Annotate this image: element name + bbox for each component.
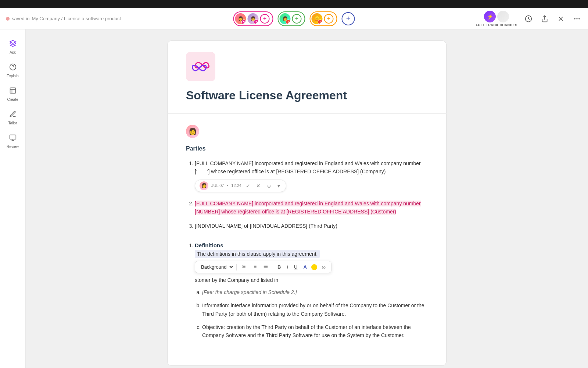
tailor-icon xyxy=(9,110,17,120)
more-options-button[interactable] xyxy=(572,14,582,24)
comment-emoji-button[interactable]: ☺ xyxy=(265,182,273,190)
explain-label: Explain xyxy=(7,74,19,78)
close-button[interactable] xyxy=(556,14,566,24)
top-bar xyxy=(0,0,588,8)
party-2-highlighted: [FULL COMPANY NAME] incorporated and reg… xyxy=(195,201,421,215)
underline-button[interactable]: U xyxy=(292,263,300,271)
review-icon xyxy=(9,134,17,143)
track-icon-gray xyxy=(497,11,509,22)
comment-bubble: 👩 JUL 07 • 12:24 ✓ ✕ ☺ ▾ xyxy=(195,180,286,192)
comment-time: 12:24 xyxy=(231,183,241,189)
ask-icon xyxy=(9,40,17,49)
document-title: Software License Agreement xyxy=(186,89,428,102)
definitions-section: Definitions The definitions in this clau… xyxy=(186,241,428,340)
collab-group-pink: 👩 ✎ 👧 ✎ + xyxy=(233,11,273,26)
svg-point-4 xyxy=(574,18,576,19)
definitions-text-partial: stomer by the Company and listed in xyxy=(195,276,428,284)
avatar-1: 👩 ✎ xyxy=(235,13,246,24)
comment-container: 👩 JUL 07 • 12:24 ✓ ✕ ☺ ▾ xyxy=(195,178,428,194)
explain-icon xyxy=(9,63,17,72)
toolbar-divider-1 xyxy=(236,264,237,270)
document-container: Software License Agreement 👩 Parties [FU… xyxy=(167,40,447,357)
collaborator-groups: 👩 ✎ 👧 ✎ + 👩 ! + 👱 ! + + xyxy=(233,11,355,26)
add-collaborator-pink-button[interactable]: + xyxy=(260,14,270,24)
comment-dot: • xyxy=(227,183,228,189)
party-item-3: [INDIVIDUAL NAME] of [INDIVIDUAL ADDRESS… xyxy=(195,222,428,230)
comment-expand-button[interactable]: ▾ xyxy=(276,182,282,190)
def-item-c: Objective: creation by the Third Party o… xyxy=(202,323,428,340)
create-label: Create xyxy=(7,98,18,102)
def-item-b: Information: interface information provi… xyxy=(202,301,428,318)
definitions-title: Definitions xyxy=(195,242,223,248)
avatar-badge-2: ✎ xyxy=(254,20,259,24)
collab-group-orange: 👱 ! + xyxy=(310,11,337,26)
svg-rect-9 xyxy=(10,88,15,93)
parties-list: [FULL COMPANY NAME] incorporated and reg… xyxy=(186,159,428,230)
svg-point-5 xyxy=(576,18,577,19)
comment-avatar: 👩 xyxy=(200,181,208,190)
doc-header-card: Software License Agreement xyxy=(167,40,447,113)
avatar-badge-4: ! xyxy=(318,20,323,24)
header: saved in My Company / Licence a software… xyxy=(0,8,588,29)
party-item-1: [FULL COMPANY NAME] incorporated and reg… xyxy=(195,159,428,194)
create-icon xyxy=(9,87,17,96)
sidebar-item-ask[interactable]: Ask xyxy=(2,37,24,57)
clear-format-button[interactable]: ⊘ xyxy=(319,263,328,271)
left-sidebar: Ask Explain Create Tailor xyxy=(0,29,26,368)
saved-dot xyxy=(6,17,10,21)
breadcrumb: My Company / Licence a software product xyxy=(32,16,121,21)
header-right: ⚡ FULL TRACK CHANGES xyxy=(476,11,582,27)
review-label: Review xyxy=(7,145,19,149)
toolbar-divider-2 xyxy=(273,264,273,270)
bold-button[interactable]: B xyxy=(275,263,283,271)
add-collaborator-blue-button[interactable]: + xyxy=(342,12,355,25)
track-icon-purple: ⚡ xyxy=(484,11,496,22)
history-button[interactable] xyxy=(523,14,534,24)
avatar-3: 👩 ! xyxy=(280,13,291,24)
fee-text: [Fee: the charge specified in Schedule 2… xyxy=(202,289,297,295)
add-collaborator-orange-button[interactable]: + xyxy=(324,14,334,24)
definitions-item: Definitions The definitions in this clau… xyxy=(195,241,428,340)
definitions-list: Definitions The definitions in this clau… xyxy=(186,241,428,340)
format-toolbar: Background Normal Heading 1 Heading 2 xyxy=(195,261,331,273)
company-logo xyxy=(190,56,212,78)
saved-indicator: saved in My Company / Licence a software… xyxy=(6,16,121,21)
comment-reject-button[interactable]: ✕ xyxy=(255,182,262,190)
doc-body-card: 👩 Parties [FULL COMPANY NAME] incorporat… xyxy=(167,113,447,366)
add-collaborator-green-button[interactable]: + xyxy=(292,14,302,24)
track-icon-area: ⚡ xyxy=(484,11,509,22)
party-item-2: [FULL COMPANY NAME] incorporated and reg… xyxy=(195,199,428,216)
def-item-fee: [Fee: the charge specified in Schedule 2… xyxy=(202,288,428,296)
saved-label: saved in xyxy=(12,16,29,21)
avatar-2: 👧 ✎ xyxy=(248,13,259,24)
comment-check-button[interactable]: ✓ xyxy=(244,182,252,190)
italic-button[interactable]: I xyxy=(284,263,290,271)
list-unordered-button[interactable] xyxy=(250,263,259,271)
track-changes-label: FULL TRACK CHANGES xyxy=(476,23,517,27)
sidebar-item-explain[interactable]: Explain xyxy=(2,60,24,81)
comment-date: JUL 07 xyxy=(211,183,224,189)
definitions-highlight-container: The definitions in this clause apply in … xyxy=(195,250,428,258)
collab-group-green: 👩 ! + xyxy=(278,11,305,26)
svg-point-6 xyxy=(578,18,580,19)
text-style-select[interactable]: Background Normal Heading 1 Heading 2 xyxy=(198,263,234,271)
avatar-4: 👱 ! xyxy=(312,13,323,24)
avatar-badge-3: ! xyxy=(286,20,291,24)
sidebar-item-tailor[interactable]: Tailor xyxy=(2,107,24,128)
list-ordered-button[interactable] xyxy=(239,263,248,271)
share-button[interactable] xyxy=(539,14,550,24)
track-changes-btn[interactable]: ⚡ FULL TRACK CHANGES xyxy=(476,11,517,27)
svg-rect-12 xyxy=(10,135,16,139)
sidebar-item-review[interactable]: Review xyxy=(2,131,24,152)
parties-title: Parties xyxy=(186,145,428,152)
tailor-label: Tailor xyxy=(8,121,17,125)
sidebar-item-create[interactable]: Create xyxy=(2,84,24,105)
definitions-sub-list: [Fee: the charge specified in Schedule 2… xyxy=(195,288,428,340)
author-avatar: 👩 xyxy=(186,125,199,138)
color-yellow-circle[interactable] xyxy=(311,264,317,270)
main-content: Software License Agreement 👩 Parties [FU… xyxy=(26,29,588,368)
align-button[interactable] xyxy=(261,263,270,271)
avatar-badge-1: ✎ xyxy=(241,20,246,24)
doc-logo xyxy=(186,52,215,81)
font-color-button[interactable]: A xyxy=(301,263,309,271)
